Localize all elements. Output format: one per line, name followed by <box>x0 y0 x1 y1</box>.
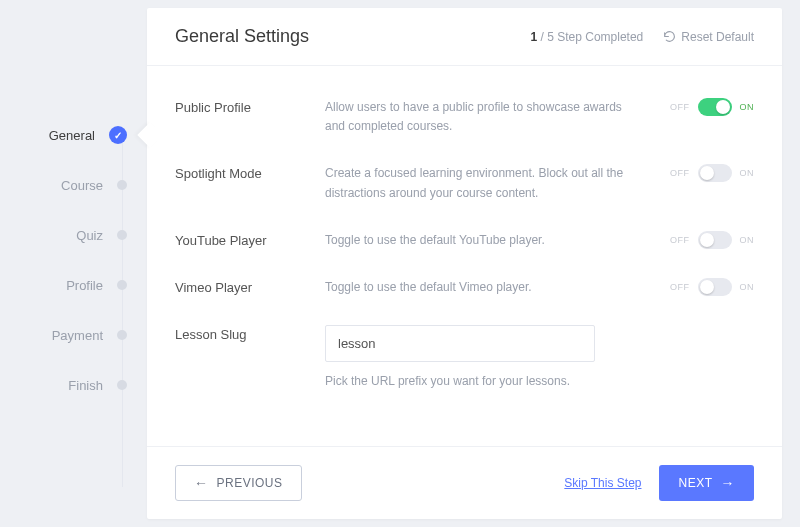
previous-button[interactable]: ← PREVIOUS <box>175 465 302 501</box>
on-label: ON <box>740 102 755 112</box>
off-label: OFF <box>670 102 690 112</box>
setting-help-text: Pick the URL prefix you want for your le… <box>325 372 634 391</box>
check-icon <box>109 126 127 144</box>
page-title: General Settings <box>175 26 309 47</box>
sidebar-step-profile[interactable]: Profile <box>0 260 147 310</box>
on-label: ON <box>740 282 755 292</box>
setting-label: Vimeo Player <box>175 278 325 295</box>
lesson-slug-input[interactable] <box>325 325 595 362</box>
off-label: OFF <box>670 282 690 292</box>
on-label: ON <box>740 235 755 245</box>
off-label: OFF <box>670 168 690 178</box>
public-profile-toggle[interactable] <box>698 98 732 116</box>
toggle-knob <box>700 233 714 247</box>
toggle-knob <box>716 100 730 114</box>
step-total: 5 <box>547 30 554 44</box>
step-suffix: Step Completed <box>554 30 643 44</box>
settings-panel: General Settings 1 / 5 Step Completed Re… <box>147 8 782 519</box>
reset-default-button[interactable]: Reset Default <box>663 30 754 44</box>
step-dot-icon <box>117 180 127 190</box>
setting-label: Public Profile <box>175 98 325 115</box>
arrow-right-icon: → <box>721 476 736 490</box>
step-dot-icon <box>117 330 127 340</box>
on-label: ON <box>740 168 755 178</box>
setting-youtube-player: YouTube Player Toggle to use the default… <box>175 217 754 264</box>
setting-description: Toggle to use the default YouTube player… <box>325 231 654 250</box>
setting-description: Allow users to have a public profile to … <box>325 98 654 136</box>
setting-label: Lesson Slug <box>175 325 325 342</box>
sidebar-step-quiz[interactable]: Quiz <box>0 210 147 260</box>
vimeo-toggle[interactable] <box>698 278 732 296</box>
previous-label: PREVIOUS <box>217 476 283 490</box>
step-dot-icon <box>117 230 127 240</box>
sidebar-step-general[interactable]: General <box>0 110 147 160</box>
setting-description: Create a focused learning environment. B… <box>325 164 654 202</box>
step-label: Finish <box>68 378 103 393</box>
step-label: Profile <box>66 278 103 293</box>
refresh-icon <box>663 30 676 43</box>
step-label: General <box>49 128 95 143</box>
arrow-left-icon: ← <box>194 476 209 490</box>
step-label: Quiz <box>76 228 103 243</box>
off-label: OFF <box>670 235 690 245</box>
next-button[interactable]: NEXT → <box>659 465 754 501</box>
sidebar-step-finish[interactable]: Finish <box>0 360 147 410</box>
toggle-knob <box>700 280 714 294</box>
step-progress: 1 / 5 Step Completed <box>531 30 644 44</box>
toggle-knob <box>700 166 714 180</box>
step-label: Payment <box>52 328 103 343</box>
setting-spotlight-mode: Spotlight Mode Create a focused learning… <box>175 150 754 216</box>
step-dot-icon <box>117 380 127 390</box>
next-label: NEXT <box>678 476 712 490</box>
step-label: Course <box>61 178 103 193</box>
panel-footer: ← PREVIOUS Skip This Step NEXT → <box>147 446 782 519</box>
setting-lesson-slug: Lesson Slug Pick the URL prefix you want… <box>175 311 754 405</box>
panel-body: Public Profile Allow users to have a pub… <box>147 66 782 446</box>
step-dot-icon <box>117 280 127 290</box>
step-current: 1 <box>531 30 538 44</box>
setting-vimeo-player: Vimeo Player Toggle to use the default V… <box>175 264 754 311</box>
panel-header: General Settings 1 / 5 Step Completed Re… <box>147 8 782 66</box>
sidebar-step-payment[interactable]: Payment <box>0 310 147 360</box>
setting-public-profile: Public Profile Allow users to have a pub… <box>175 84 754 150</box>
spotlight-toggle[interactable] <box>698 164 732 182</box>
setting-description: Toggle to use the default Vimeo player. <box>325 278 654 297</box>
wizard-sidebar: General Course Quiz Profile Payment Fini… <box>0 0 147 527</box>
sidebar-step-course[interactable]: Course <box>0 160 147 210</box>
setting-label: YouTube Player <box>175 231 325 248</box>
youtube-toggle[interactable] <box>698 231 732 249</box>
reset-label: Reset Default <box>681 30 754 44</box>
skip-step-link[interactable]: Skip This Step <box>564 476 641 490</box>
setting-label: Spotlight Mode <box>175 164 325 181</box>
